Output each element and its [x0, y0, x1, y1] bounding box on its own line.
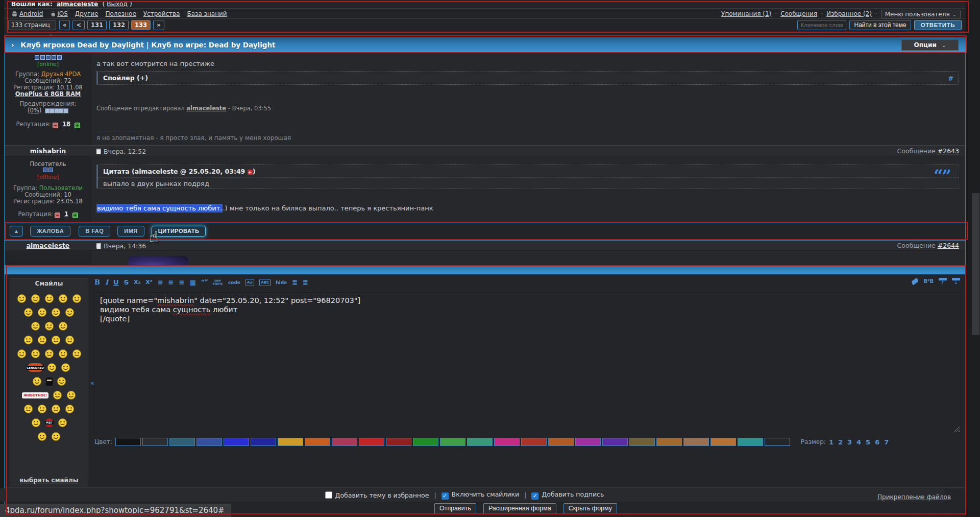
- smiley-icon[interactable]: [37, 432, 47, 441]
- warn-percent-link[interactable]: (0%): [28, 107, 41, 114]
- find-in-topic-button[interactable]: Найти в этой теме: [849, 20, 911, 30]
- scrollbar-thumb[interactable]: [972, 193, 979, 335]
- attach-files-link[interactable]: Прикрепление файлов: [877, 494, 951, 501]
- logout-link[interactable]: Выход: [107, 1, 127, 8]
- choose-smileys-link[interactable]: выбрать смайлы: [10, 477, 88, 484]
- collapse-smileys-icon[interactable]: «: [90, 379, 94, 387]
- rep-plus-icon[interactable]: +: [75, 123, 80, 128]
- font-size-4[interactable]: 4: [856, 438, 861, 446]
- search-input[interactable]: [797, 20, 846, 30]
- smiley-icon[interactable]: [58, 321, 68, 331]
- smiley-icon[interactable]: [31, 349, 40, 359]
- color-swatch[interactable]: [169, 438, 195, 446]
- color-swatch[interactable]: [440, 438, 465, 446]
- smiley-icon[interactable]: [31, 321, 40, 331]
- color-swatch[interactable]: [142, 438, 168, 446]
- font-size-7[interactable]: 7: [884, 438, 889, 446]
- reply-button[interactable]: ОТВЕТИТЬ: [914, 20, 962, 30]
- smiley-icon[interactable]: [66, 390, 76, 400]
- rep-minus-icon[interactable]: −: [53, 123, 58, 128]
- scroll-top-button[interactable]: ▲: [10, 226, 23, 237]
- resize-grip[interactable]: [954, 426, 960, 432]
- smiley-icon[interactable]: [65, 404, 75, 414]
- color-swatch[interactable]: [197, 438, 222, 446]
- nav-link-избранное-2[interactable]: Избранное (2): [826, 9, 872, 19]
- insert-code-icon[interactable]: code: [228, 280, 240, 285]
- color-swatch[interactable]: [115, 438, 141, 446]
- smiley-icon[interactable]: [44, 321, 54, 331]
- text-font-icon[interactable]: ABC: [259, 279, 271, 286]
- font-size-1[interactable]: 1: [829, 438, 834, 446]
- color-swatch[interactable]: [765, 438, 790, 446]
- smiley-icon[interactable]: [57, 377, 66, 386]
- offtopic-icon[interactable]: OFFTOPIC: [213, 279, 223, 286]
- eraser-icon[interactable]: [912, 277, 918, 285]
- report-button[interactable]: ЖАЛОБА: [30, 226, 70, 237]
- hide-icon[interactable]: hide: [276, 280, 287, 285]
- nav-link-другие[interactable]: Другие: [75, 9, 99, 19]
- insert-image-icon[interactable]: ▦: [189, 278, 195, 286]
- page-number-132[interactable]: 132: [109, 20, 129, 30]
- smiley-icon[interactable]: [17, 294, 27, 303]
- superscript-icon[interactable]: X²: [145, 279, 152, 286]
- nav-link-сообщения[interactable]: Сообщения: [780, 9, 817, 19]
- nav-link-полезное[interactable]: Полезное: [105, 9, 136, 19]
- checkbox-unchecked[interactable]: [325, 491, 332, 499]
- name-button[interactable]: ИМЯ: [117, 226, 144, 237]
- insert-quote-icon[interactable]: “”: [201, 278, 208, 286]
- animal-smiley-icon[interactable]: ЖИВОТНОЕ!: [22, 392, 49, 398]
- rep-value-link[interactable]: 18: [62, 121, 70, 128]
- smiley-icon[interactable]: [37, 404, 47, 414]
- smiley-icon[interactable]: [37, 335, 47, 345]
- swear-smiley-icon[interactable]: #@!: [45, 418, 54, 427]
- message-textarea[interactable]: [quote name="mishabrin" date="25.05.20, …: [94, 292, 961, 433]
- advanced-form-button[interactable]: Расширенная форма: [483, 503, 556, 514]
- nav-link-упоминания-1[interactable]: Упоминания (1): [721, 9, 771, 19]
- edited-user-link[interactable]: almaceleste: [186, 105, 226, 112]
- color-swatch[interactable]: [710, 438, 736, 446]
- checkbox-checked[interactable]: ✓: [531, 492, 538, 500]
- smiley-icon[interactable]: [65, 308, 75, 317]
- rep-minus-icon[interactable]: −: [55, 213, 60, 218]
- smiley-icon[interactable]: [31, 418, 41, 428]
- nav-link-ios[interactable]: iOS: [50, 9, 67, 19]
- list-unordered-icon[interactable]: ≣: [292, 278, 298, 286]
- italic-icon[interactable]: I: [105, 278, 108, 286]
- panel-down-icon[interactable]: ↓: [952, 278, 960, 285]
- spoiler-block[interactable]: Спойлер (+) #: [96, 71, 959, 85]
- page-number-133[interactable]: 133: [131, 20, 151, 30]
- smiley-icon[interactable]: [58, 294, 68, 303]
- color-swatch[interactable]: [305, 438, 330, 446]
- user-menu-dropdown[interactable]: Меню пользователя⌄: [881, 10, 961, 18]
- smiley-icon[interactable]: [31, 294, 40, 303]
- bold-icon[interactable]: B: [94, 278, 100, 286]
- options-button[interactable]: Опции ⌄: [901, 39, 959, 51]
- smiley-icon[interactable]: [44, 294, 54, 303]
- smiley-icon[interactable]: [44, 349, 54, 359]
- color-swatch[interactable]: [521, 438, 547, 446]
- faq-button[interactable]: В FAQ: [79, 226, 110, 237]
- text-color-icon[interactable]: A±: [246, 279, 254, 286]
- color-swatch[interactable]: [332, 438, 357, 446]
- message-id-link[interactable]: #2644: [938, 242, 959, 249]
- hide-form-button[interactable]: Скрыть форму: [564, 503, 617, 514]
- spoiler-header[interactable]: Спойлер (+): [98, 72, 959, 84]
- color-swatch[interactable]: [494, 438, 520, 446]
- color-swatch[interactable]: [683, 438, 709, 446]
- post-author-link[interactable]: almaceleste: [5, 241, 91, 250]
- color-swatch[interactable]: [602, 438, 628, 446]
- align-right-icon[interactable]: ≡: [179, 278, 184, 286]
- translit-icon[interactable]: B²B: [923, 278, 934, 284]
- color-swatch[interactable]: [629, 438, 655, 446]
- smiley-icon[interactable]: [51, 308, 61, 317]
- color-swatch[interactable]: [224, 438, 249, 446]
- color-swatch[interactable]: [359, 438, 384, 446]
- align-center-icon[interactable]: ≡: [168, 278, 174, 286]
- smiley-icon[interactable]: [61, 363, 70, 372]
- font-size-2[interactable]: 2: [838, 438, 843, 446]
- expand-plus-icon[interactable]: +: [248, 170, 253, 175]
- color-swatch[interactable]: [251, 438, 276, 446]
- smiley-icon[interactable]: [53, 390, 62, 400]
- smiley-icon[interactable]: [58, 349, 68, 359]
- smiley-icon[interactable]: [65, 335, 75, 345]
